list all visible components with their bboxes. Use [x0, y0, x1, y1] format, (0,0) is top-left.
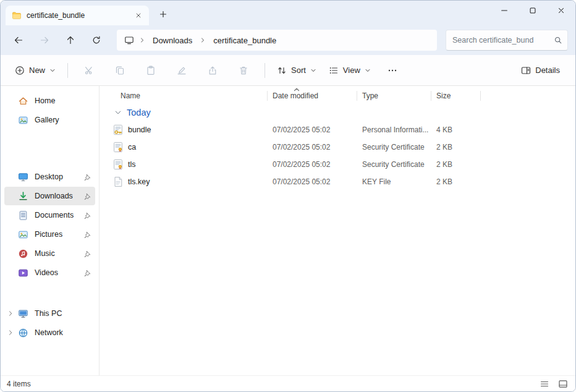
- view-button[interactable]: View: [323, 61, 376, 80]
- file-row-tls[interactable]: tls 07/02/2025 05:02 Security Certificat…: [109, 156, 575, 173]
- sidebar-item-label: Gallery: [35, 116, 59, 124]
- documents-icon: [18, 210, 28, 221]
- maximize-button[interactable]: [519, 1, 547, 20]
- status-bar: 4 items: [1, 375, 575, 391]
- maximize-icon: [528, 6, 537, 15]
- sidebar-item-label: Network: [35, 328, 63, 337]
- sidebar-item-desktop[interactable]: Desktop: [4, 168, 95, 186]
- file-name: ca: [128, 138, 136, 156]
- close-icon: [557, 6, 565, 15]
- tab-title: certificate_bundle: [27, 11, 127, 20]
- sidebar-section-gap: [1, 283, 99, 304]
- chevron-right-icon: [200, 37, 206, 43]
- view-toggle-group: [537, 378, 570, 390]
- column-header-type[interactable]: Type: [357, 88, 431, 104]
- file-date-modified: 07/02/2025 05:02: [268, 156, 357, 173]
- refresh-icon: [91, 35, 101, 45]
- column-header-date-modified[interactable]: Date modified: [268, 88, 357, 104]
- sidebar-item-gallery[interactable]: Gallery: [4, 111, 95, 129]
- thumbnail-view-button[interactable]: [556, 378, 570, 390]
- file-type: Security Certificate: [357, 138, 431, 156]
- file-date-modified: 07/02/2025 05:02: [268, 138, 357, 156]
- pin-icon: [83, 269, 91, 277]
- cut-button[interactable]: [77, 59, 101, 82]
- tab-close-button[interactable]: [132, 9, 145, 22]
- sidebar-item-label: Documents: [35, 211, 74, 219]
- search-box[interactable]: [446, 30, 568, 51]
- file-type: Security Certificate: [357, 156, 431, 173]
- back-button[interactable]: [8, 30, 29, 51]
- file-size: 2 KB: [431, 138, 481, 156]
- chevron-down-icon: [365, 67, 371, 74]
- sidebar-item-network[interactable]: Network: [4, 323, 95, 342]
- column-headers: Name Date modified Type Size: [109, 88, 575, 104]
- sidebar-item-label: Downloads: [35, 192, 73, 200]
- sidebar-item-music[interactable]: Music: [4, 244, 95, 263]
- details-pane-button[interactable]: Details: [515, 61, 565, 80]
- pfx-certificate-icon: [112, 124, 124, 135]
- minimize-button[interactable]: [490, 1, 519, 20]
- sidebar-item-downloads[interactable]: Downloads: [4, 187, 95, 205]
- address-bar[interactable]: Downloads certificate_bundle: [117, 30, 437, 51]
- file-explorer-window: certificate_bundle Downloads certificate…: [0, 0, 576, 392]
- sidebar-item-documents[interactable]: Documents: [4, 206, 95, 224]
- security-certificate-icon: [112, 142, 124, 153]
- column-header-size[interactable]: Size: [431, 88, 481, 104]
- column-header-name[interactable]: Name: [109, 88, 268, 104]
- rename-icon: [177, 66, 187, 75]
- file-size: 2 KB: [431, 173, 481, 190]
- pin-icon: [83, 192, 91, 200]
- sidebar-item-label: Desktop: [35, 173, 63, 181]
- forward-button[interactable]: [34, 30, 55, 51]
- share-button[interactable]: [200, 59, 225, 82]
- rename-button[interactable]: [169, 59, 194, 82]
- sidebar-section-gap: [1, 130, 99, 167]
- sidebar-item-pictures[interactable]: Pictures: [4, 225, 95, 244]
- file-type: KEY File: [357, 173, 431, 190]
- explorer-tab[interactable]: certificate_bundle: [6, 6, 149, 25]
- pin-icon: [83, 231, 91, 239]
- minimize-icon: [500, 6, 509, 15]
- sidebar-item-label: Pictures: [35, 230, 62, 239]
- file-date-modified: 07/02/2025 05:02: [268, 121, 357, 138]
- sidebar-item-this-pc[interactable]: This PC: [4, 304, 95, 323]
- back-arrow-icon: [14, 35, 23, 45]
- file-name: tls.key: [128, 173, 150, 190]
- file-row-bundle[interactable]: bundle 07/02/2025 05:02 Personal Informa…: [109, 121, 575, 138]
- details-pane-icon: [521, 66, 531, 75]
- delete-button[interactable]: [231, 59, 256, 82]
- new-tab-button[interactable]: [154, 5, 172, 23]
- file-row-tls-key[interactable]: tls.key 07/02/2025 05:02 KEY File 2 KB: [109, 173, 575, 190]
- refresh-button[interactable]: [86, 30, 107, 51]
- details-view-button[interactable]: [537, 378, 552, 390]
- chevron-down-icon: [49, 67, 56, 74]
- ellipsis-icon: [388, 66, 397, 75]
- videos-icon: [18, 268, 28, 278]
- sidebar-item-label: Music: [35, 249, 55, 258]
- home-icon: [18, 96, 28, 106]
- more-options-button[interactable]: [380, 59, 405, 82]
- new-button-label: New: [29, 66, 45, 75]
- sidebar-item-home[interactable]: Home: [4, 92, 95, 110]
- folder-icon: [12, 11, 22, 20]
- cut-scissors-icon: [84, 66, 94, 75]
- sort-button[interactable]: Sort: [271, 61, 322, 80]
- plus-icon: [159, 11, 167, 18]
- sort-button-label: Sort: [291, 66, 306, 75]
- group-header-today[interactable]: Today: [109, 104, 575, 121]
- desktop-icon: [18, 172, 28, 182]
- up-button[interactable]: [60, 30, 81, 51]
- thumbnail-view-icon: [558, 379, 568, 389]
- chevron-down-icon: [114, 109, 122, 116]
- sidebar-item-videos[interactable]: Videos: [4, 263, 95, 282]
- breadcrumb-downloads[interactable]: Downloads: [150, 34, 195, 47]
- search-input[interactable]: [452, 36, 554, 45]
- copy-button[interactable]: [108, 59, 132, 82]
- new-button[interactable]: New: [9, 61, 61, 80]
- breadcrumb-current-folder[interactable]: certificate_bundle: [211, 34, 279, 47]
- file-row-ca[interactable]: ca 07/02/2025 05:02 Security Certificate…: [109, 138, 575, 156]
- close-button[interactable]: [547, 1, 575, 20]
- column-header-label: Size: [436, 92, 451, 100]
- paste-button[interactable]: [138, 59, 163, 82]
- key-file-icon: [112, 176, 124, 187]
